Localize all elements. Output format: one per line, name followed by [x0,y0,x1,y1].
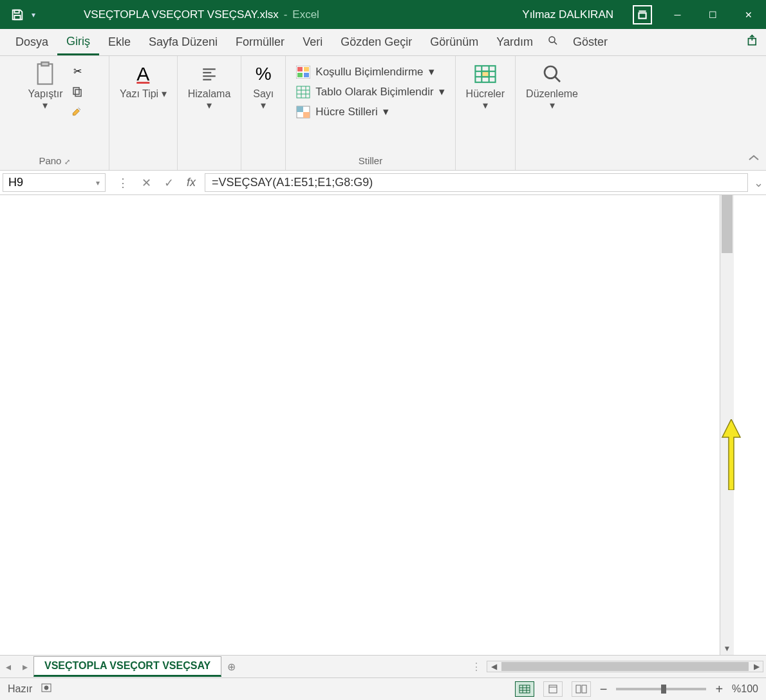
zoom-in-icon[interactable]: + [715,682,723,697]
ribbon-body: Yapıştır▾ ✂ Pano ⤢ A Yazı Tipi ▾ [0,56,766,171]
view-page-layout-icon[interactable] [543,681,563,697]
search-icon[interactable] [547,35,559,50]
maximize-button[interactable]: ☐ [695,0,731,29]
formula-cancel-icon[interactable]: ✕ [142,176,151,190]
svg-rect-46 [576,685,581,693]
horizontal-scrollbar[interactable]: ◀ ▶ [487,661,763,672]
alignment-label: Hizalama [188,88,231,99]
qat-dropdown-icon[interactable]: ▾ [32,10,35,19]
group-pano-label: Pano ⤢ [39,154,70,167]
formula-input[interactable]: =VSEÇSAY(A1:E51;E1;G8:G9) [205,173,748,192]
fx-icon[interactable]: fx [187,176,196,189]
hscroll-right-icon[interactable]: ▶ [750,662,763,671]
svg-rect-2 [639,13,646,18]
svg-rect-10 [75,90,81,97]
status-ready: Hazır [8,683,32,695]
cut-icon[interactable]: ✂ [70,64,84,78]
tab-giris[interactable]: Giriş [57,30,99,55]
tab-sayfa-duzeni[interactable]: Sayfa Düzeni [140,30,227,54]
user-name[interactable]: Yılmaz DALKIRAN [503,8,633,21]
svg-rect-1 [14,15,20,19]
save-icon[interactable] [10,7,25,23]
font-button[interactable]: A Yazı Tipi ▾ [116,60,171,102]
zoom-level[interactable]: %100 [732,683,758,695]
svg-rect-20 [297,86,310,98]
vertical-scrollbar[interactable]: ▲ ▼ [720,195,734,655]
svg-rect-27 [303,112,310,118]
share-icon[interactable] [747,34,760,50]
hscroll-left-icon[interactable]: ◀ [487,662,500,671]
svg-rect-44 [549,685,557,693]
sheet-tab[interactable]: VSEÇTOPLA VSEÇORT VSEÇSAY [33,656,221,677]
cell-styles-button[interactable]: Hücre Stilleri ▾ [296,105,444,118]
cells-label: Hücreler [466,88,505,99]
collapse-ribbon-icon[interactable] [748,155,760,166]
svg-rect-47 [582,685,586,693]
tab-yardim[interactable]: Yardım [487,30,542,54]
title-bar: ▾ VSEÇTOPLA VSEÇORT VSEÇSAY.xlsx - Excel… [0,0,766,29]
status-bar: Hazır − + %100 [0,677,766,700]
format-painter-icon[interactable] [70,105,84,119]
formula-text: =VSEÇSAY(A1:E51;E1;G8:G9) [212,176,373,189]
spreadsheet-grid[interactable]: ▲ ▼ [0,195,766,655]
cells-button[interactable]: Hücreler▾ [462,60,509,115]
font-icon: A [131,62,154,86]
svg-point-38 [44,686,48,690]
formula-expand-icon[interactable]: ⌄ [751,171,766,194]
ribbon-display-icon[interactable] [633,5,652,24]
svg-rect-7 [38,64,53,84]
alignment-button[interactable]: Hizalama▾ [184,60,235,115]
tab-goster[interactable]: Göster [564,30,617,54]
scroll-thumb[interactable] [722,195,733,253]
format-as-table-button[interactable]: Tablo Olarak Biçimlendir ▾ [296,85,444,99]
conditional-formatting-icon [296,66,310,79]
cell-styles-icon [296,106,310,118]
hscroll-thumb[interactable] [501,662,749,671]
tab-gozden-gecir[interactable]: Gözden Geçir [332,30,421,54]
view-normal-icon[interactable] [515,681,534,697]
zoom-slider[interactable] [616,688,706,690]
tab-gorunum[interactable]: Görünüm [421,30,487,54]
close-button[interactable]: ✕ [731,0,766,29]
svg-line-5 [554,42,557,44]
table-format-icon [296,86,310,99]
macro-record-icon[interactable] [41,683,54,695]
sheet-nav-next-icon[interactable]: ▸ [17,661,33,673]
alignment-icon [198,62,221,86]
clipboard-icon [33,62,57,86]
number-label: Sayı [253,88,274,99]
search-edit-icon [541,62,564,86]
tab-formuller[interactable]: Formüller [227,30,294,54]
editing-label: Düzenleme [526,88,578,99]
add-sheet-icon[interactable]: ⊕ [221,661,241,673]
minimize-button[interactable]: ─ [660,0,695,29]
svg-rect-33 [481,71,489,77]
formula-more-icon[interactable]: ⋮ [117,176,129,190]
cells-icon [474,62,497,86]
view-page-break-icon[interactable] [572,681,591,697]
tab-ekle[interactable]: Ekle [99,30,140,54]
conditional-formatting-button[interactable]: Koşullu Biçimlendirme ▾ [296,65,444,79]
group-stiller-label: Stiller [359,154,383,167]
tab-dosya[interactable]: Dosya [6,30,57,54]
editing-button[interactable]: Düzenleme▾ [522,60,582,115]
svg-rect-39 [519,685,530,693]
percent-icon: % [252,62,275,86]
formula-accept-icon[interactable]: ✓ [164,176,174,190]
number-button[interactable]: % Sayı▾ [248,60,279,115]
svg-rect-18 [297,73,303,77]
tab-split-icon[interactable]: ⋮ [471,661,481,673]
scroll-down-icon[interactable]: ▼ [720,642,734,655]
paste-button[interactable]: Yapıştır▾ [24,60,67,115]
format-as-table-label: Tablo Olarak Biçimlendir [315,86,433,99]
sheet-nav-prev-icon[interactable]: ◂ [0,661,17,673]
name-box[interactable]: H9 ▾ [3,173,106,192]
copy-icon[interactable] [70,84,84,99]
name-box-value: H9 [8,176,23,189]
zoom-out-icon[interactable]: − [600,682,608,697]
svg-rect-8 [42,62,49,66]
tab-veri[interactable]: Veri [294,30,332,54]
name-box-dropdown-icon[interactable]: ▾ [96,178,100,187]
svg-rect-0 [14,10,19,13]
conditional-formatting-label: Koşullu Biçimlendirme [315,66,423,79]
